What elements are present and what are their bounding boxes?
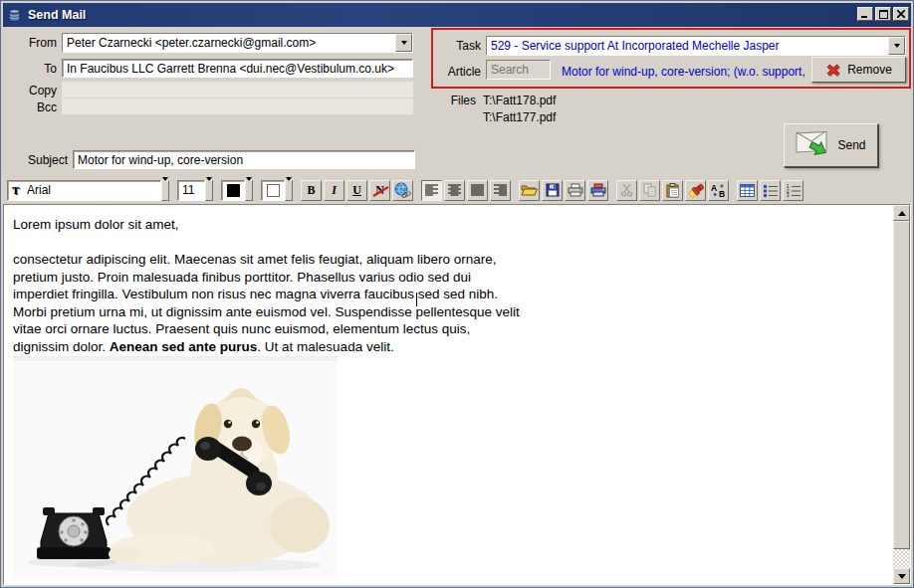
from-dropdown-button[interactable] <box>395 34 412 52</box>
remove-article-button[interactable]: Remove <box>811 57 906 83</box>
font-color-picker[interactable] <box>221 180 253 201</box>
send-button[interactable]: Send <box>784 123 878 167</box>
copy-button <box>639 180 660 201</box>
minimize-icon <box>861 10 869 18</box>
text-caret <box>416 293 417 306</box>
font-icon: T T <box>12 185 23 196</box>
numbered-list-button[interactable]: 1 2 3 <box>783 180 803 201</box>
copy-input[interactable] <box>62 82 413 98</box>
clear-formatting-button[interactable]: N <box>369 180 390 201</box>
text-line: consectetur adipiscing elit. Maecenas si… <box>13 251 610 269</box>
close-button[interactable] <box>893 7 909 21</box>
red-x-icon <box>825 63 842 78</box>
font-size-dropdown[interactable] <box>205 180 213 201</box>
background-color-picker[interactable] <box>261 180 293 201</box>
italic-button[interactable]: I <box>324 180 344 201</box>
print-preview-button[interactable] <box>587 180 608 201</box>
scroll-up-button[interactable] <box>893 205 910 221</box>
article-search-input[interactable] <box>486 60 551 80</box>
table-icon <box>740 184 755 197</box>
title-bar[interactable]: Send Mail <box>3 3 911 27</box>
svg-text:3: 3 <box>787 193 790 197</box>
insert-table-button[interactable] <box>737 180 758 201</box>
to-label: To <box>3 62 57 76</box>
copy-label: Copy <box>3 84 57 98</box>
font-size-combobox[interactable]: 11 <box>177 180 213 201</box>
text-line: Lorem ipsum dolor sit amet, <box>13 216 610 234</box>
task-label: Task <box>433 39 481 53</box>
bold-button[interactable]: B <box>301 180 322 201</box>
send-label: Send <box>837 138 865 152</box>
message-body-editor[interactable]: Lorem ipsum dolor sit amet, consectetur … <box>3 204 911 585</box>
font-name-combobox[interactable]: T T Arial <box>7 180 169 201</box>
editor-scrollbar[interactable] <box>893 205 910 584</box>
save-floppy-icon <box>546 183 560 197</box>
scrollbar-track[interactable] <box>893 549 910 568</box>
text-line: imperdiet fringilla. Vestibulum non risu… <box>13 286 610 303</box>
open-folder-icon <box>521 183 538 197</box>
dog-with-telephone-photo <box>13 356 338 577</box>
copy-pages-icon <box>643 183 657 197</box>
align-justify-icon <box>471 184 484 197</box>
cut-button <box>616 180 637 201</box>
article-label: Article <box>433 65 481 79</box>
from-combobox[interactable]: Peter Czarnecki <peter.czarnecki@gmail.c… <box>62 33 413 53</box>
underline-icon: U <box>352 183 361 198</box>
highlighter-button[interactable] <box>685 180 706 201</box>
bcc-input[interactable] <box>62 98 413 114</box>
print-button[interactable] <box>565 180 585 201</box>
paste-clipboard-icon <box>666 183 680 198</box>
replace-a-b-icon: A B <box>711 183 726 198</box>
task-article-panel: Task 529 - Service support At Incorporat… <box>431 28 911 89</box>
from-value: Peter Czarnecki <peter.czarnecki@gmail.c… <box>63 34 395 52</box>
italic-icon: I <box>332 183 337 198</box>
insert-hyperlink-button[interactable] <box>392 180 413 201</box>
paste-button[interactable] <box>662 180 683 201</box>
from-label: From <box>3 36 57 50</box>
align-center-icon <box>448 184 461 197</box>
maximize-button[interactable] <box>875 7 891 21</box>
subject-label: Subject <box>3 153 68 167</box>
chevron-down-icon <box>894 44 900 48</box>
font-name-value: Arial <box>27 183 51 197</box>
file-item[interactable]: T:\Fatt177.pdf <box>483 110 556 124</box>
scrollbar-thumb[interactable] <box>893 221 910 549</box>
formatting-toolbar: T T Arial 11 B I U N <box>3 177 911 203</box>
open-button[interactable] <box>519 180 540 201</box>
scroll-down-button[interactable] <box>893 568 910 584</box>
align-right-button[interactable] <box>490 180 511 201</box>
send-mail-icon <box>796 131 831 159</box>
bold-text: Aenean sed ante purus <box>110 339 258 354</box>
font-name-dropdown[interactable] <box>161 180 169 201</box>
font-size-value: 11 <box>177 180 205 201</box>
message-text: Lorem ipsum dolor sit amet, consectetur … <box>13 216 610 355</box>
svg-text:T: T <box>12 185 20 196</box>
find-replace-button[interactable]: A B <box>708 180 729 201</box>
align-right-icon <box>494 184 507 197</box>
align-justify-button[interactable] <box>467 180 488 201</box>
window-title: Send Mail <box>28 8 86 22</box>
chevron-down-icon <box>286 177 292 198</box>
task-value: 529 - Service support At Incorporated Me… <box>487 37 888 55</box>
task-combobox[interactable]: 529 - Service support At Incorporated Me… <box>486 36 906 56</box>
align-center-button[interactable] <box>444 180 465 201</box>
files-label: Files <box>421 94 476 107</box>
to-input[interactable] <box>62 59 413 78</box>
bullet-list-button[interactable] <box>760 180 781 201</box>
remove-label: Remove <box>847 63 892 77</box>
minimize-button[interactable] <box>857 7 873 21</box>
task-dropdown-button[interactable] <box>888 37 905 55</box>
subject-input[interactable] <box>73 150 415 169</box>
font-color-dropdown[interactable] <box>245 180 253 201</box>
background-color-dropdown[interactable] <box>285 180 293 201</box>
align-left-button[interactable] <box>421 180 442 201</box>
close-icon <box>897 10 905 18</box>
maximize-icon <box>879 10 888 19</box>
file-item[interactable]: T:\Fatt178.pdf <box>483 94 556 107</box>
text-line <box>13 234 610 252</box>
clear-formatting-icon: N <box>375 183 384 198</box>
send-mail-window: Send Mail From Peter Czarnecki <peter.cz… <box>0 0 914 588</box>
bcc-label: Bcc <box>3 100 57 114</box>
save-button[interactable] <box>542 180 563 201</box>
underline-button[interactable]: U <box>346 180 367 201</box>
